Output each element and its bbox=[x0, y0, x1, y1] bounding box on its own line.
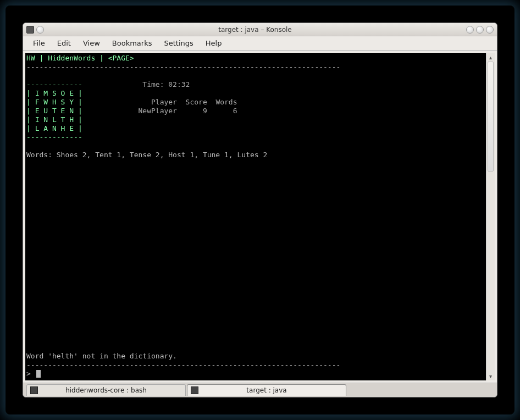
menu-bookmarks[interactable]: Bookmarks bbox=[107, 37, 158, 49]
terminal-icon bbox=[191, 386, 198, 394]
terminal-icon bbox=[30, 386, 38, 394]
close-icon[interactable] bbox=[486, 26, 494, 34]
grid-row-4: | L A N H E | bbox=[26, 124, 82, 132]
grid-border-top: ------------- bbox=[26, 80, 82, 89]
menu-help[interactable]: Help bbox=[200, 37, 228, 49]
grid-row-3: | I N L T H | bbox=[26, 115, 82, 124]
pin-icon[interactable] bbox=[36, 26, 44, 34]
menu-file[interactable]: File bbox=[27, 37, 51, 49]
maximize-icon[interactable] bbox=[476, 26, 484, 34]
konsole-window: target : java – Konsole File Edit View B… bbox=[23, 23, 497, 397]
words-list: Words: Shoes 2, Tent 1, Tense 2, Host 1,… bbox=[26, 151, 485, 159]
session-tab-bar: hiddenwords-core : bash target : java bbox=[23, 383, 497, 397]
grid-row-2: | E U T E N | bbox=[26, 107, 82, 115]
score-row: NewPlayer 9 6 bbox=[104, 107, 237, 115]
score-header: Player Score Words bbox=[104, 98, 237, 106]
scroll-thumb[interactable] bbox=[488, 62, 494, 172]
window-title: target : java – Konsole bbox=[44, 26, 466, 34]
time-display: Time: 02:32 bbox=[142, 80, 190, 89]
scrollbar[interactable]: ▴ ▾ bbox=[486, 53, 495, 380]
app-icon bbox=[26, 26, 34, 34]
session-tab-bash[interactable]: hiddenwords-core : bash bbox=[26, 384, 186, 396]
cursor-icon bbox=[36, 370, 41, 378]
session-tab-label: hiddenwords-core : bash bbox=[65, 386, 147, 394]
prompt-row[interactable]: > bbox=[26, 369, 41, 378]
game-header: HW | HiddenWords | <PAGE> bbox=[26, 54, 134, 62]
menu-bar: File Edit View Bookmarks Settings Help bbox=[23, 36, 497, 51]
menu-view[interactable]: View bbox=[78, 37, 106, 49]
grid-row-0: | I M S O E | bbox=[26, 89, 82, 97]
minimize-icon[interactable] bbox=[466, 26, 474, 34]
grid-border-bottom: ------------- bbox=[26, 133, 82, 141]
menu-edit[interactable]: Edit bbox=[52, 37, 76, 49]
title-bar[interactable]: target : java – Konsole bbox=[23, 23, 497, 36]
prompt-symbol: > bbox=[26, 369, 35, 378]
grid-row-1: | F W H S Y | bbox=[26, 98, 82, 106]
session-tab-java[interactable]: target : java bbox=[187, 384, 346, 396]
terminal[interactable]: HW | HiddenWords | <PAGE> --------------… bbox=[25, 53, 486, 380]
divider-bottom: ----------------------------------------… bbox=[26, 361, 340, 369]
scroll-up-icon[interactable]: ▴ bbox=[486, 53, 495, 62]
scroll-down-icon[interactable]: ▾ bbox=[486, 372, 495, 380]
menu-settings[interactable]: Settings bbox=[158, 37, 198, 49]
session-tab-label: target : java bbox=[246, 386, 286, 394]
divider-top: ----------------------------------------… bbox=[26, 63, 340, 71]
terminal-container: HW | HiddenWords | <PAGE> --------------… bbox=[23, 51, 497, 383]
error-message: Word 'helth' not in the dictionary. bbox=[26, 352, 177, 361]
